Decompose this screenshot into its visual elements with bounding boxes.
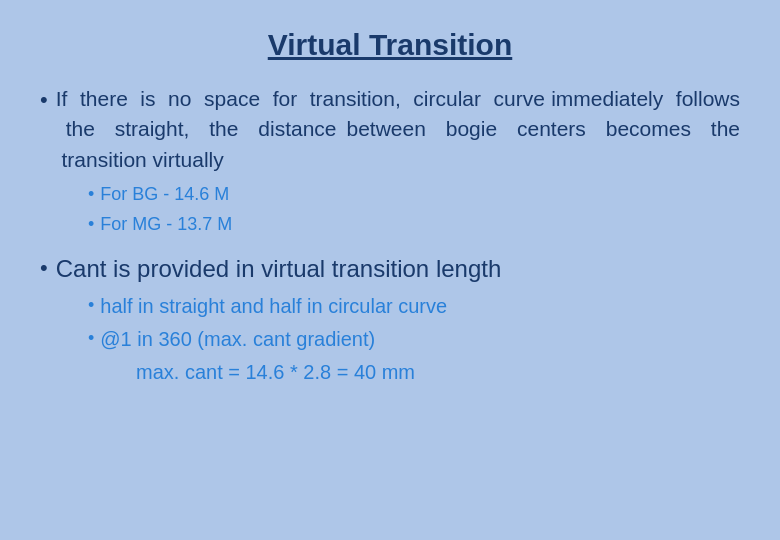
sub-bullets-1: • For BG - 14.6 M • For MG - 13.7 M <box>88 181 740 237</box>
content-area: • If there is no space for transition, c… <box>40 84 740 387</box>
extra-text-2: max. cant = 14.6 * 2.8 = 40 mm <box>136 358 740 387</box>
sub-bullet-dot-2-1: • <box>88 292 94 318</box>
sub-bullet-text-2-2: @1 in 360 (max. cant gradient) <box>100 325 375 354</box>
bullet-section-2: • Cant is provided in virtual transition… <box>40 252 740 388</box>
bullet-section-1: • If there is no space for transition, c… <box>40 84 740 238</box>
sub-bullet-1-1: • For BG - 14.6 M <box>88 181 740 207</box>
sub-bullet-dot-1-1: • <box>88 181 94 207</box>
sub-bullet-2-1: • half in straight and half in circular … <box>88 292 740 321</box>
bullet-main-2: • Cant is provided in virtual transition… <box>40 252 740 287</box>
bullet-text-2: Cant is provided in virtual transition l… <box>56 252 502 287</box>
sub-bullets-2: • half in straight and half in circular … <box>88 292 740 387</box>
sub-bullet-2-2: • @1 in 360 (max. cant gradient) <box>88 325 740 354</box>
sub-bullet-text-1-2: For MG - 13.7 M <box>100 211 232 237</box>
sub-bullet-1-2: • For MG - 13.7 M <box>88 211 740 237</box>
slide-title: Virtual Transition <box>40 28 740 62</box>
bullet-text-1: If there is no space for transition, cir… <box>56 84 740 175</box>
bullet-dot-2: • <box>40 253 48 284</box>
slide-container: Virtual Transition • If there is no spac… <box>0 0 780 540</box>
sub-bullet-dot-2-2: • <box>88 325 94 351</box>
sub-bullet-dot-1-2: • <box>88 211 94 237</box>
bullet-main-1: • If there is no space for transition, c… <box>40 84 740 175</box>
sub-bullet-text-1-1: For BG - 14.6 M <box>100 181 229 207</box>
bullet-dot-1: • <box>40 85 48 116</box>
sub-bullet-text-2-1: half in straight and half in circular cu… <box>100 292 447 321</box>
